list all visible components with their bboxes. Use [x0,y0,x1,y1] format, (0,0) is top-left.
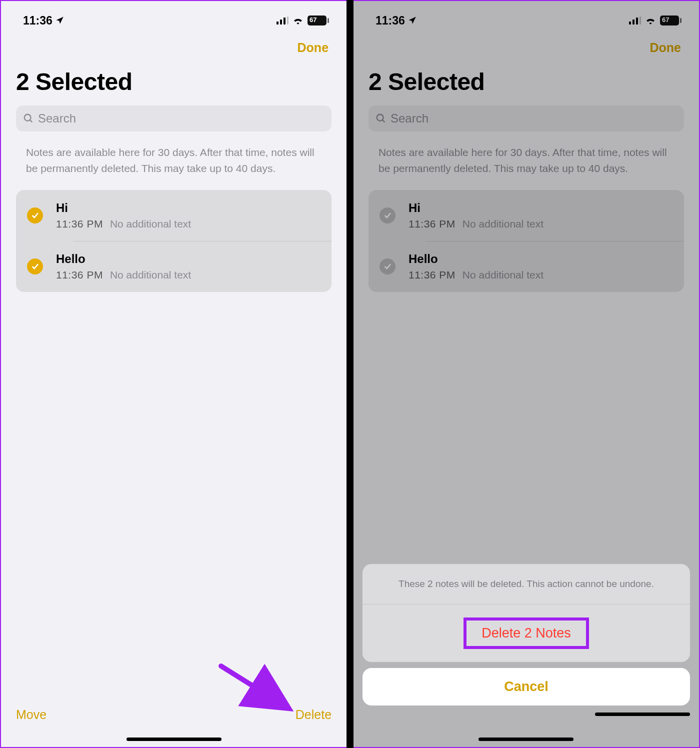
status-bar: 11:36 67 [16,1,332,31]
cancel-button[interactable]: Cancel [362,668,690,706]
location-icon [56,16,64,25]
svg-rect-0 [276,22,278,24]
svg-line-5 [30,120,32,122]
search-input[interactable] [38,112,324,126]
svg-rect-3 [287,16,288,24]
cellular-icon [276,16,288,24]
bottom-toolbar: Move Delete [1,708,346,747]
note-title: Hello [56,252,322,266]
wifi-icon [292,16,304,24]
delete-notes-button[interactable]: Delete 2 Notes [362,604,690,662]
phone-right: 11:36 67 Done 2 Selected Notes are avail… [352,0,700,748]
search-field[interactable] [16,106,332,132]
done-button[interactable]: Done [298,40,329,55]
phone-left: 11:36 67 Done 2 Selected Notes are avail… [0,0,348,748]
note-row[interactable]: Hello 11:36 PM No additional text [16,241,332,292]
svg-rect-2 [284,18,286,24]
highlight-box: Delete 2 Notes [464,618,589,649]
search-icon [23,113,34,124]
svg-point-4 [24,114,31,121]
svg-rect-1 [280,20,282,24]
note-list: Hi 11:36 PM No additional text Hello 11:… [16,190,332,292]
delete-button[interactable]: Delete [296,708,332,722]
check-icon[interactable] [27,208,43,224]
action-sheet: These 2 notes will be deleted. This acti… [354,564,699,748]
note-preview: No additional text [110,218,191,230]
screenshot-divider [346,0,354,748]
home-indicator [126,738,222,741]
sheet-message: These 2 notes will be deleted. This acti… [362,564,690,605]
retention-hint: Notes are available here for 30 days. Af… [16,144,332,176]
battery-level: 67 [310,16,316,24]
move-button[interactable]: Move [16,708,46,722]
note-time: 11:36 PM [56,269,103,281]
svg-line-6 [221,666,281,704]
page-title: 2 Selected [16,68,332,96]
cancel-label: Cancel [504,679,548,694]
note-row[interactable]: Hi 11:36 PM No additional text [16,190,332,241]
note-preview: No additional text [110,269,191,281]
nav-bar: Done [16,31,332,64]
note-title: Hi [56,201,322,215]
home-indicator [595,712,690,716]
check-icon[interactable] [27,258,43,274]
status-time: 11:36 [23,14,52,28]
battery-icon: 67 [308,16,326,26]
delete-notes-label: Delete 2 Notes [482,626,571,640]
note-time: 11:36 PM [56,218,103,230]
